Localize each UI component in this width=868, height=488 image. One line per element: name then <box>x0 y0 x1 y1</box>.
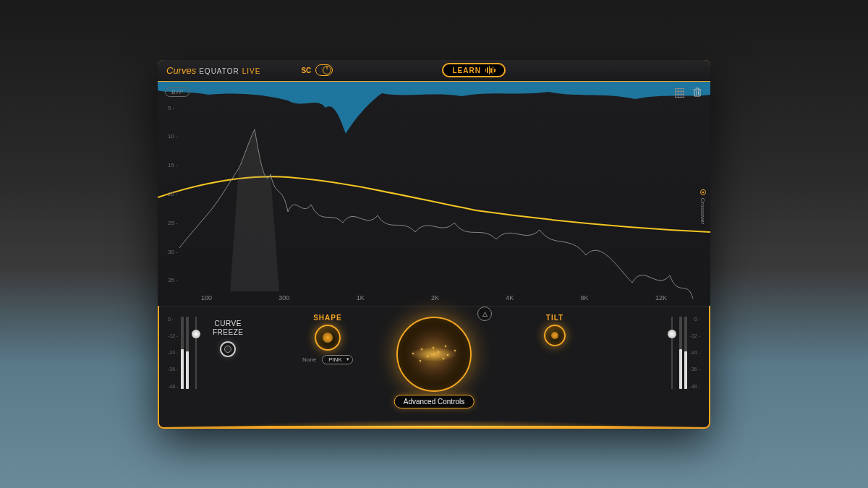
meter-tick: -48 - <box>168 384 178 389</box>
brand-equator: EQUATOR <box>199 67 239 75</box>
trash-icon[interactable] <box>693 87 702 100</box>
slider-thumb[interactable] <box>192 330 200 338</box>
brand-logo: Curves EQUATOR LIVE <box>166 65 260 76</box>
tilt-label: TILT <box>546 314 563 322</box>
x-axis-ticks: 100 300 1K 2K 4K 8K 12K <box>201 294 667 301</box>
control-panel: 0 - -12 - -24 - -36 - -48 - CURVE FREEZE… <box>158 306 710 414</box>
bypass-button[interactable]: BYP <box>165 87 190 97</box>
shape-select[interactable]: PINK <box>322 355 353 364</box>
power-icon <box>323 66 331 74</box>
tilt-group: TILT <box>544 314 566 346</box>
spectrum-svg <box>158 82 710 306</box>
bottom-accent-line <box>159 426 709 427</box>
sidechain-label: SC <box>301 67 311 74</box>
shape-group: SHAPE None PINK <box>302 314 353 364</box>
output-meter: 0 - -12 - -24 - -36 - -48 - <box>665 317 700 389</box>
brand-live: LIVE <box>242 67 261 75</box>
shape-none-label: None <box>302 356 316 363</box>
x-tick: 4K <box>506 294 514 301</box>
main-orb[interactable] <box>396 317 472 392</box>
grid-icon[interactable] <box>675 87 684 100</box>
curve-freeze-label: CURVE FREEZE <box>213 320 243 337</box>
svg-rect-0 <box>676 88 684 97</box>
x-tick: 100 <box>201 294 212 301</box>
orb-particles <box>398 318 470 390</box>
y-tick: 15 - <box>168 162 178 168</box>
input-gain-slider[interactable] <box>192 317 200 389</box>
learn-label: LEARN <box>452 67 480 74</box>
meter-tick: 0 - <box>690 317 700 322</box>
meter-bars <box>181 317 189 389</box>
meter-bars <box>679 317 687 389</box>
meter-tick: -36 - <box>690 367 700 372</box>
sidechain-fill <box>158 82 710 134</box>
meter-tick: -48 - <box>690 384 700 389</box>
brand-curves: Curves <box>166 65 196 76</box>
tilt-knob[interactable] <box>544 325 566 346</box>
slider-thumb[interactable] <box>668 330 676 338</box>
crossover-label: Crossover <box>699 198 706 224</box>
output-gain-slider[interactable] <box>668 317 676 389</box>
waveform-icon <box>485 66 495 74</box>
delta-button[interactable]: △ <box>477 307 492 321</box>
shape-knob[interactable] <box>315 325 341 351</box>
meter-tick: -12 - <box>690 333 700 338</box>
x-tick: 8K <box>581 294 589 301</box>
sidechain-group: SC <box>301 64 333 76</box>
crossover-handle[interactable] <box>700 189 706 195</box>
top-bar: Curves EQUATOR LIVE SC LEARN <box>158 60 710 82</box>
meter-scale: 0 - -12 - -24 - -36 - -48 - <box>168 317 178 389</box>
x-tick: 300 <box>278 294 289 301</box>
meter-tick: -12 - <box>168 333 178 338</box>
meter-tick: -24 - <box>690 350 700 355</box>
crossover-control: Crossover <box>699 189 706 224</box>
learn-button[interactable]: LEARN <box>442 63 505 77</box>
sidechain-toggle[interactable] <box>315 64 333 76</box>
y-tick: 30 - <box>168 249 178 255</box>
shape-label: SHAPE <box>313 314 341 322</box>
input-meter: 0 - -12 - -24 - -36 - -48 - <box>168 317 203 389</box>
y-tick: 10 - <box>168 133 178 140</box>
curve-freeze-button[interactable] <box>220 341 236 357</box>
y-tick: 5 - <box>168 105 178 111</box>
y-tick: 35 - <box>168 277 178 283</box>
x-tick: 12K <box>655 294 667 301</box>
x-tick: 1K <box>357 294 365 301</box>
y-axis-ticks: 5 - 10 - 15 - 20 - 25 - 30 - 35 - <box>168 105 178 284</box>
advanced-controls-button[interactable]: Advanced Controls <box>394 395 475 408</box>
plugin-window: Curves EQUATOR LIVE SC LEARN <box>158 60 710 429</box>
y-tick: 25 - <box>168 220 178 226</box>
meter-tick: -24 - <box>168 350 178 355</box>
input-peak-fill <box>230 129 279 291</box>
curve-freeze-group: CURVE FREEZE <box>213 320 243 357</box>
x-tick: 2K <box>431 294 439 301</box>
y-tick: 20 - <box>168 191 178 197</box>
meter-tick: 0 - <box>168 317 178 322</box>
spectrum-display[interactable]: BYP 5 - 10 - 15 - 20 - 25 - 30 - 35 - 10… <box>158 82 710 306</box>
meter-tick: -36 - <box>168 367 178 372</box>
meter-scale: 0 - -12 - -24 - -36 - -48 - <box>690 317 700 389</box>
